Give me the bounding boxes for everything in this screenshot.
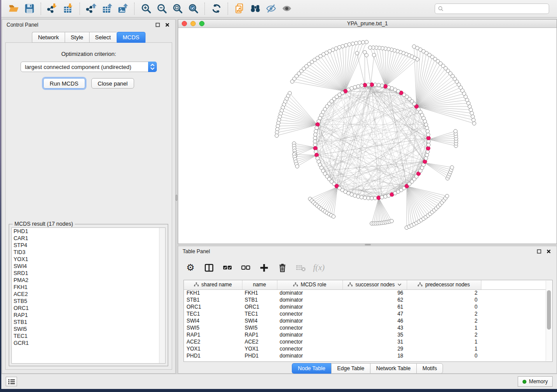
table-scrollbar[interactable] — [546, 281, 552, 361]
result-node-item[interactable]: STP4 — [12, 242, 165, 249]
table-cell[interactable]: TEC1 — [184, 310, 242, 317]
table-mode-button[interactable]: ⚙ — [183, 260, 197, 275]
table-cell[interactable]: YOX1 — [242, 345, 277, 352]
export-image-button[interactable] — [115, 2, 131, 16]
tab-motifs[interactable]: Motifs — [416, 363, 443, 374]
zoom-in-button[interactable] — [138, 2, 154, 16]
table-cell[interactable]: connector — [277, 324, 343, 331]
result-node-item[interactable]: STB1 — [12, 319, 165, 326]
run-mcds-button[interactable]: Run MCDS — [43, 78, 85, 89]
table-cell[interactable]: FKH1 — [184, 289, 242, 296]
table-scrollbar-thumb[interactable] — [547, 290, 551, 330]
table-cell[interactable]: 1 — [407, 324, 481, 331]
table-cell[interactable]: connector — [277, 338, 343, 345]
result-node-item[interactable]: SWI5 — [12, 326, 165, 333]
table-cell[interactable]: ACE2 — [242, 338, 277, 345]
table-cell[interactable]: SWI4 — [242, 317, 277, 324]
network-graph[interactable] — [178, 28, 557, 244]
import-table-button[interactable] — [60, 2, 76, 16]
zoom-out-button[interactable] — [154, 2, 170, 16]
result-node-item[interactable]: PMA2 — [12, 277, 165, 284]
optimization-select[interactable]: largest connected component (undirected) — [21, 62, 157, 72]
table-cell[interactable]: 1 — [407, 345, 481, 352]
table-cell[interactable]: connector — [277, 310, 343, 317]
table-cell[interactable]: dominator — [277, 289, 343, 296]
table-cell[interactable]: RAP1 — [184, 331, 242, 338]
result-node-item[interactable]: ORC1 — [12, 305, 165, 312]
table-cell[interactable]: 96 — [343, 289, 407, 296]
table-cell[interactable]: 29 — [343, 345, 407, 352]
table-cell[interactable]: dominator — [277, 317, 343, 324]
search-box[interactable] — [435, 3, 549, 14]
result-node-item[interactable]: TID3 — [12, 249, 165, 256]
new-network-from-selection-button[interactable] — [232, 2, 247, 16]
create-column-button[interactable] — [257, 260, 271, 275]
apply-layout-button[interactable] — [208, 2, 224, 16]
close-panel-icon[interactable] — [164, 21, 171, 28]
result-node-item[interactable]: SRD1 — [12, 270, 165, 277]
table-row[interactable]: STB1STB1dominator620 — [184, 296, 547, 303]
save-session-button[interactable] — [21, 2, 37, 16]
table-cell[interactable]: PHD1 — [184, 352, 242, 359]
result-node-item[interactable]: FKH1 — [12, 284, 165, 291]
table-row[interactable]: ORC1ORC1dominator610 — [184, 303, 547, 310]
table-cell[interactable]: TEC1 — [242, 310, 277, 317]
column-header-shared-name[interactable]: shared name — [184, 280, 242, 289]
result-node-item[interactable]: ACE2 — [12, 291, 165, 298]
table-cell[interactable]: 2 — [407, 289, 481, 296]
tab-network[interactable]: Network — [32, 32, 65, 43]
table-cell[interactable]: 18 — [343, 352, 407, 359]
first-neighbors-button[interactable] — [247, 2, 263, 16]
table-cell[interactable]: 2 — [407, 310, 481, 317]
table-cell[interactable]: 2 — [407, 317, 481, 324]
result-node-item[interactable]: RAP1 — [12, 312, 165, 319]
tab-network-table[interactable]: Network Table — [370, 363, 416, 374]
tab-mcds[interactable]: MCDS — [117, 32, 145, 43]
table-cell[interactable]: SWI5 — [242, 324, 277, 331]
column-header-predecessor-nodes[interactable]: predecessor nodes — [407, 280, 481, 289]
tab-select[interactable]: Select — [89, 32, 117, 43]
table-cell[interactable]: SWI5 — [184, 324, 242, 331]
zoom-fit-button[interactable] — [170, 2, 185, 16]
table-cell[interactable]: 43 — [343, 324, 407, 331]
table-cell[interactable]: 35 — [343, 331, 407, 338]
delete-column-button[interactable] — [275, 260, 289, 275]
table-cell[interactable]: ORC1 — [242, 303, 277, 310]
result-node-item[interactable]: PHD1 — [12, 228, 165, 235]
import-network-button[interactable] — [45, 2, 60, 16]
show-columns-button[interactable] — [202, 260, 216, 275]
table-cell[interactable]: 1 — [407, 338, 481, 345]
export-table-button[interactable] — [99, 2, 115, 16]
table-cell[interactable]: 61 — [343, 303, 407, 310]
table-cell[interactable]: SWI4 — [184, 317, 242, 324]
column-header-name[interactable]: name — [242, 280, 277, 289]
hide-selected-button[interactable] — [263, 2, 279, 16]
table-cell[interactable]: 62 — [343, 296, 407, 303]
result-node-item[interactable]: YOX1 — [12, 256, 165, 263]
table-cell[interactable]: STB1 — [184, 296, 242, 303]
tab-node-table[interactable]: Node Table — [292, 363, 331, 374]
select-all-button[interactable] — [220, 260, 234, 275]
table-row[interactable]: TEC1TEC1connector472 — [184, 310, 547, 317]
table-cell[interactable]: dominator — [277, 296, 343, 303]
result-node-item[interactable]: GCR1 — [12, 340, 165, 347]
table-cell[interactable]: RAP1 — [242, 331, 277, 338]
table-row[interactable]: RAP1RAP1dominator352 — [184, 331, 547, 338]
table-cell[interactable]: 0 — [407, 303, 481, 310]
open-session-button[interactable] — [6, 2, 21, 16]
table-cell[interactable]: dominator — [277, 352, 343, 359]
table-cell[interactable]: YOX1 — [184, 345, 242, 352]
column-header-successor-nodes[interactable]: successor nodes — [343, 280, 407, 289]
result-node-item[interactable]: STB5 — [12, 298, 165, 305]
memory-button[interactable]: Memory — [518, 376, 553, 387]
zoom-selected-button[interactable] — [185, 2, 201, 16]
table-cell[interactable]: 0 — [407, 296, 481, 303]
table-row[interactable]: SWI5SWI5connector431 — [184, 324, 547, 331]
table-row[interactable]: FKH1FKH1dominator962 — [184, 289, 547, 296]
table-cell[interactable]: connector — [277, 345, 343, 352]
search-input[interactable] — [444, 6, 546, 12]
table-cell[interactable]: dominator — [277, 303, 343, 310]
float-table-panel-icon[interactable] — [536, 248, 543, 255]
tab-edge-table[interactable]: Edge Table — [331, 363, 370, 374]
result-node-item[interactable]: SWI4 — [12, 263, 165, 270]
